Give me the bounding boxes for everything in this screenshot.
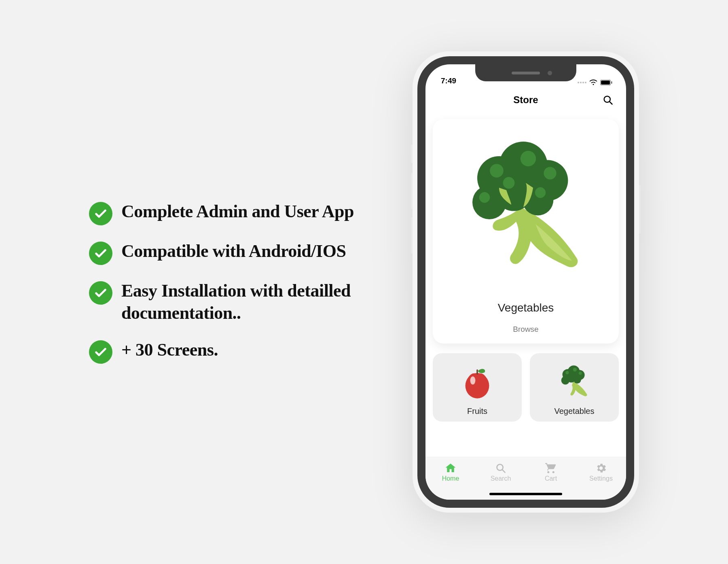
broccoli-icon: [453, 139, 599, 285]
cart-icon: [545, 462, 557, 474]
feature-text: Compatible with Android/IOS: [121, 240, 346, 262]
hero-action[interactable]: Browse: [438, 325, 613, 334]
phone-screen: 7:49 Store: [425, 64, 626, 500]
tile-label: Vegetables: [534, 407, 615, 416]
wifi-icon: [589, 79, 597, 85]
search-button[interactable]: [601, 93, 615, 107]
svg-point-18: [470, 376, 476, 384]
hero-card[interactable]: Vegetables Browse: [433, 119, 619, 343]
nav-label: Cart: [545, 475, 557, 482]
feature-text: Easy Installation with detailled documen…: [121, 280, 380, 324]
feature-item: Complete Admin and User App: [89, 200, 380, 225]
fruits-image: [437, 360, 518, 405]
svg-point-15: [479, 192, 490, 203]
svg-point-25: [574, 376, 581, 384]
broccoli-icon: [556, 364, 593, 401]
nav-label: Search: [491, 475, 511, 482]
svg-point-28: [579, 372, 582, 375]
svg-line-30: [502, 470, 505, 473]
home-icon: [444, 462, 457, 474]
nav-label: Settings: [589, 475, 613, 482]
check-icon: [89, 242, 112, 265]
svg-point-26: [565, 371, 569, 374]
check-icon: [89, 340, 112, 364]
phone-mockup: 7:49 Store: [413, 51, 639, 513]
apple-icon: [459, 364, 496, 401]
svg-point-14: [503, 177, 515, 189]
gear-icon: [595, 462, 607, 474]
tile-label: Fruits: [437, 407, 518, 416]
svg-rect-19: [476, 369, 478, 375]
svg-point-11: [490, 164, 504, 178]
svg-line-4: [609, 102, 612, 104]
app-header: Store: [425, 89, 626, 111]
feature-item: + 30 Screens.: [89, 339, 380, 364]
svg-rect-2: [611, 81, 612, 84]
hero-title: Vegetables: [438, 301, 613, 314]
status-time: 7:49: [439, 76, 456, 85]
nav-cart[interactable]: Cart: [526, 462, 576, 482]
promo-layout: Complete Admin and User App Compatible w…: [0, 0, 728, 564]
svg-point-12: [521, 151, 536, 166]
nav-label: Home: [442, 475, 459, 482]
svg-point-16: [535, 187, 546, 198]
phone-notch: [475, 64, 576, 81]
nav-home[interactable]: Home: [425, 462, 476, 482]
check-icon: [89, 281, 112, 305]
nav-settings[interactable]: Settings: [576, 462, 626, 482]
page-title: Store: [513, 94, 538, 106]
feature-item: Easy Installation with detailled documen…: [89, 280, 380, 324]
nav-search[interactable]: Search: [476, 462, 526, 482]
hero-image: [438, 125, 613, 299]
search-icon: [602, 94, 614, 106]
feature-item: Compatible with Android/IOS: [89, 240, 380, 265]
feature-list: Complete Admin and User App Compatible w…: [89, 200, 380, 364]
feature-text: Complete Admin and User App: [121, 200, 354, 223]
check-icon: [89, 202, 112, 225]
svg-rect-1: [601, 81, 610, 85]
svg-point-27: [573, 368, 577, 371]
category-tile-vegetables[interactable]: Vegetables: [530, 353, 619, 422]
vegetables-image: [534, 360, 615, 405]
battery-icon: [600, 80, 612, 85]
signal-icon: [578, 82, 586, 83]
status-icons: [578, 79, 612, 85]
home-indicator: [489, 493, 562, 495]
category-tiles: Fruits: [433, 353, 619, 422]
category-tile-fruits[interactable]: Fruits: [433, 353, 522, 422]
search-icon: [495, 462, 507, 474]
feature-text: + 30 Screens.: [121, 339, 218, 361]
svg-point-13: [544, 167, 556, 179]
